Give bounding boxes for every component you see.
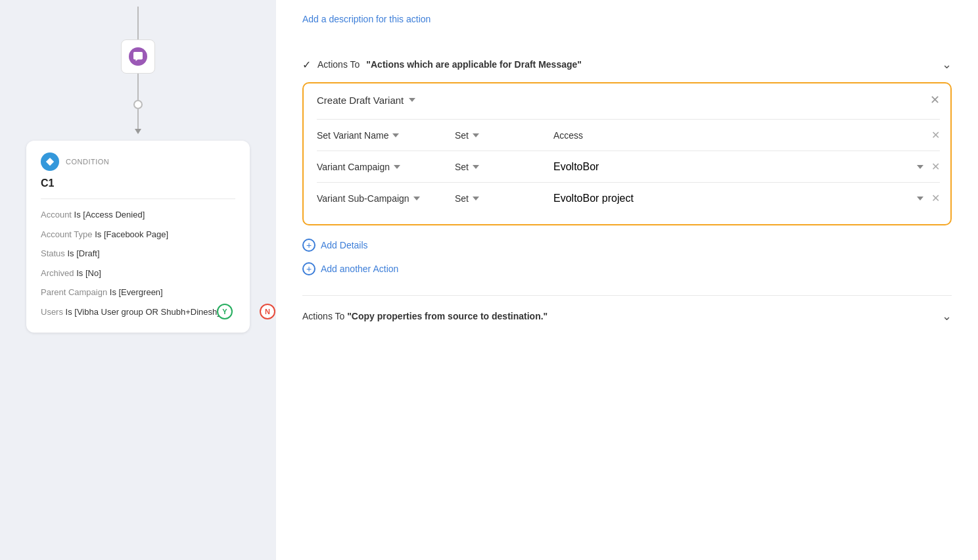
condition-header: CONDITION — [41, 152, 235, 171]
bottom-title-bold: "Copy properties from source to destinat… — [347, 311, 547, 321]
n-badge: N — [260, 304, 275, 319]
add-action-plus-icon: + — [302, 262, 315, 275]
condition-card: CONDITION C1 Account Is [Access Denied] … — [26, 141, 250, 333]
add-action-link[interactable]: + Add another Action — [302, 262, 952, 275]
expand-icon[interactable]: ⌄ — [942, 309, 952, 323]
value-with-dropdown-2[interactable]: EvoltoBor — [553, 161, 923, 173]
field-dropdown-2[interactable]: Variant Campaign — [317, 162, 448, 172]
add-details-link[interactable]: + Add Details — [302, 239, 952, 252]
field-chevron-3 — [413, 197, 420, 200]
op-dropdown-1[interactable]: Set — [455, 130, 547, 141]
action-row-3: Variant Sub-Campaign Set EvoltoBor proje… — [317, 182, 940, 214]
arrow-line — [137, 109, 139, 129]
connector-circle — [133, 100, 143, 109]
action-box: Create Draft Variant ✕ Set Variant Name … — [302, 82, 952, 225]
chat-icon — [133, 52, 143, 61]
y-badge: Y — [217, 304, 233, 319]
value-with-dropdown-3[interactable]: EvoltoBor project — [553, 193, 923, 204]
add-action-label: Add another Action — [321, 264, 398, 274]
value-text-2: EvoltoBor — [553, 161, 599, 173]
rule-key: Status — [41, 248, 67, 258]
mid-connector-line — [137, 74, 139, 100]
field-chevron-2 — [394, 165, 400, 169]
action-type-label: Create Draft Variant — [317, 95, 404, 106]
action-type-chevron — [409, 98, 415, 102]
op-label-1: Set — [455, 130, 469, 141]
rule-item: Account Type Is [Facebook Page] — [41, 228, 235, 241]
rule-item: Parent Campaign Is [Evergreen] — [41, 286, 235, 299]
row-close-button-3[interactable]: ✕ — [931, 192, 940, 204]
rule-item: Users Is [Vibha User group OR Shubh+Dine… — [41, 306, 235, 319]
op-chevron-1 — [473, 133, 479, 137]
condition-rules: Account Is [Access Denied] Account Type … — [41, 208, 235, 318]
svg-marker-0 — [46, 158, 54, 166]
action-row-1: Set Variant Name Set Access ✕ — [317, 119, 940, 151]
rule-val: Is [Evergreen] — [110, 287, 163, 297]
add-details-plus-icon: + — [302, 239, 315, 252]
title-bold: "Actions which are applicable for Draft … — [366, 59, 582, 70]
arrow-head — [135, 129, 141, 134]
op-label-2: Set — [455, 162, 469, 172]
op-dropdown-2[interactable]: Set — [455, 162, 547, 172]
bottom-divider — [302, 295, 952, 296]
action-rows: Set Variant Name Set Access ✕ Variant Ca… — [317, 119, 940, 214]
bottom-section-title: Actions To "Copy properties from source … — [302, 311, 547, 321]
rule-val: Is [Vibha User group OR Shubh+Dinesh] — [66, 307, 220, 317]
op-chevron-2 — [473, 165, 479, 169]
op-dropdown-3[interactable]: Set — [455, 193, 547, 204]
message-node — [121, 39, 155, 74]
condition-label: CONDITION — [66, 158, 109, 166]
rule-key: Parent Campaign — [41, 287, 110, 297]
value-chevron-3 — [917, 197, 923, 200]
add-description-link[interactable]: Add a description for this action — [302, 14, 431, 24]
rule-val: Is [No] — [76, 268, 101, 278]
value-chevron-2 — [917, 165, 923, 169]
action-box-header: Create Draft Variant ✕ — [317, 94, 940, 106]
rule-val: Is [Facebook Page] — [95, 229, 168, 239]
rule-key: Users — [41, 307, 66, 317]
row-close-button-1[interactable]: ✕ — [931, 129, 940, 141]
bottom-section-header: Actions To "Copy properties from source … — [302, 309, 952, 323]
title-prefix: Actions To — [317, 59, 360, 70]
diamond-icon — [45, 157, 55, 166]
field-dropdown-3[interactable]: Variant Sub-Campaign — [317, 193, 448, 204]
field-chevron-1 — [392, 133, 399, 137]
arrow-connector — [135, 109, 141, 134]
value-field-1: Access — [553, 130, 923, 141]
flow-top — [121, 0, 155, 134]
action-row-2: Variant Campaign Set EvoltoBor ✕ — [317, 151, 940, 182]
left-panel: CONDITION C1 Account Is [Access Denied] … — [0, 0, 276, 560]
field-label-3: Variant Sub-Campaign — [317, 193, 409, 204]
row-close-button-2[interactable]: ✕ — [931, 160, 940, 173]
condition-divider — [41, 198, 235, 199]
rule-val: Is [Access Denied] — [74, 210, 145, 220]
field-label-1: Set Variant Name — [317, 130, 388, 141]
rule-item: Archived Is [No] — [41, 267, 235, 280]
right-panel: Add a description for this action ✓ Acti… — [276, 0, 978, 560]
check-icon: ✓ — [302, 58, 311, 71]
rule-val: Is [Draft] — [67, 248, 99, 258]
section-title: ✓ Actions To "Actions which are applicab… — [302, 58, 582, 71]
rule-item: Status Is [Draft] — [41, 247, 235, 260]
op-label-3: Set — [455, 193, 469, 204]
bottom-title-prefix: Actions To — [302, 311, 344, 321]
value-text-1: Access — [553, 130, 583, 141]
add-details-label: Add Details — [321, 240, 368, 250]
top-connector-line — [137, 7, 139, 39]
field-label-2: Variant Campaign — [317, 162, 390, 172]
section-header: ✓ Actions To "Actions which are applicab… — [302, 51, 952, 72]
message-icon — [129, 47, 147, 66]
action-type-dropdown[interactable]: Create Draft Variant — [317, 95, 415, 106]
value-text-3: EvoltoBor project — [553, 193, 634, 204]
collapse-icon[interactable]: ⌄ — [942, 57, 952, 72]
rule-item: Account Is [Access Denied] — [41, 208, 235, 222]
action-box-close-button[interactable]: ✕ — [930, 94, 940, 106]
condition-icon — [41, 152, 59, 171]
rule-key: Account Type — [41, 229, 95, 239]
condition-id: C1 — [41, 177, 235, 189]
field-dropdown-1[interactable]: Set Variant Name — [317, 130, 448, 141]
rule-key: Archived — [41, 268, 76, 278]
op-chevron-3 — [473, 197, 479, 200]
rule-key: Account — [41, 210, 74, 220]
